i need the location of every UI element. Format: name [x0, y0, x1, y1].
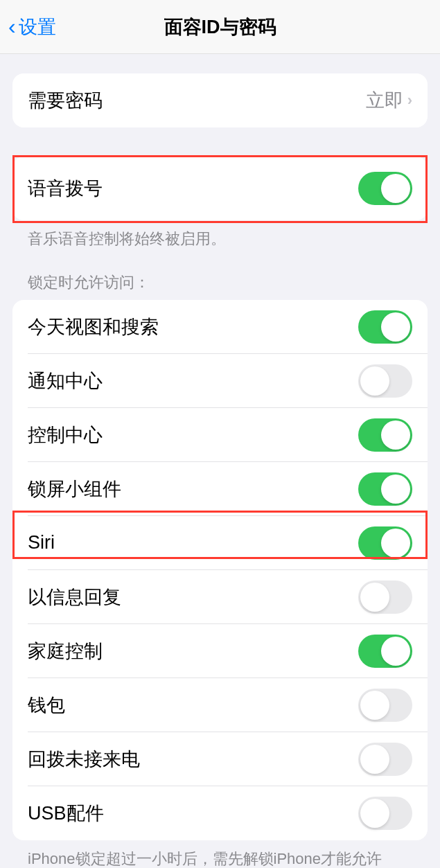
usb-accessories-label: USB配件 — [28, 801, 358, 826]
today-view-toggle[interactable] — [358, 310, 412, 344]
notification-center-toggle[interactable] — [358, 364, 412, 398]
callback-missed-row: 回拨未接来电 — [12, 732, 428, 786]
lock-widgets-toggle[interactable] — [358, 472, 412, 506]
wallet-row: 钱包 — [12, 678, 428, 732]
chevron-right-icon: › — [407, 91, 412, 109]
wallet-toggle[interactable] — [358, 689, 412, 722]
page-title: 面容ID与密码 — [164, 15, 276, 39]
lock-widgets-row: 锁屏小组件 — [12, 462, 428, 516]
usb-accessories-toggle[interactable] — [358, 797, 412, 830]
voice-dial-footer: 音乐语音控制将始终被启用。 — [12, 220, 428, 250]
voice-dial-toggle[interactable] — [358, 172, 412, 205]
lock-widgets-label: 锁屏小组件 — [28, 477, 358, 502]
notification-center-label: 通知中心 — [28, 369, 358, 393]
chevron-left-icon: ‹ — [8, 14, 16, 39]
lock-access-list: 今天视图和搜索通知中心控制中心锁屏小组件Siri以信息回复家庭控制钱包回拨未接来… — [12, 300, 428, 840]
lock-access-footer: iPhone锁定超过一小时后，需先解锁iPhone才能允许USB配件连接。 — [12, 840, 428, 868]
control-center-toggle[interactable] — [358, 418, 412, 452]
today-view-row: 今天视图和搜索 — [12, 300, 428, 354]
navigation-bar: ‹ 设置 面容ID与密码 — [0, 0, 440, 54]
reply-message-label: 以信息回复 — [28, 585, 358, 610]
home-control-label: 家庭控制 — [28, 639, 358, 664]
require-passcode-label: 需要密码 — [28, 88, 366, 113]
home-control-toggle[interactable] — [358, 635, 412, 668]
wallet-label: 钱包 — [28, 693, 358, 718]
callback-missed-label: 回拨未接来电 — [28, 747, 358, 772]
siri-label: Siri — [28, 532, 358, 553]
notification-center-row: 通知中心 — [12, 354, 428, 408]
voice-dial-label: 语音拨号 — [28, 176, 358, 201]
require-passcode-row[interactable]: 需要密码 立即 › — [12, 73, 428, 127]
reply-message-toggle[interactable] — [358, 581, 412, 614]
callback-missed-toggle[interactable] — [358, 743, 412, 776]
usb-accessories-row: USB配件 — [12, 786, 428, 840]
home-control-row: 家庭控制 — [12, 624, 428, 678]
reply-message-row: 以信息回复 — [12, 570, 428, 624]
control-center-label: 控制中心 — [28, 423, 358, 448]
back-button-label: 设置 — [19, 15, 56, 39]
back-button[interactable]: ‹ 设置 — [8, 14, 56, 39]
today-view-label: 今天视图和搜索 — [28, 315, 358, 339]
lock-access-header: 锁定时允许访问： — [12, 272, 428, 300]
voice-dial-row: 语音拨号 — [12, 157, 428, 220]
control-center-row: 控制中心 — [12, 408, 428, 462]
siri-row: Siri — [12, 516, 428, 570]
require-passcode-value: 立即 — [366, 88, 403, 113]
siri-toggle[interactable] — [358, 526, 412, 560]
